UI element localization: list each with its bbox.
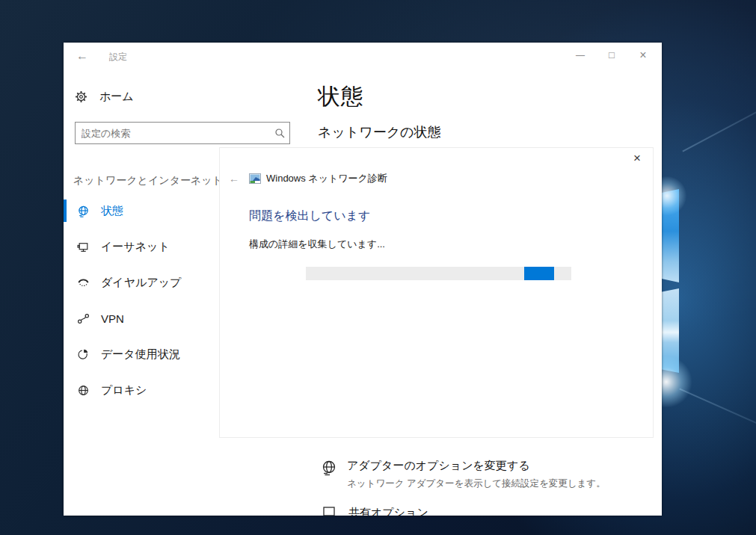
network-adapter-icon [320, 459, 338, 477]
network-diagnostics-icon [249, 173, 261, 185]
link-title: アダプターのオプションを変更する [347, 459, 606, 473]
dialog-heading: 問題を検出しています [249, 208, 370, 224]
wallpaper-light-ray [679, 388, 756, 450]
settings-search-box[interactable] [75, 122, 290, 144]
link-description: ネットワーク アダプターを表示して接続設定を変更します。 [347, 477, 606, 490]
network-status-heading: ネットワークの状態 [318, 123, 441, 141]
sidebar-item-label: データ使用状況 [101, 347, 180, 362]
sidebar-item-label: プロキシ [101, 383, 147, 398]
dialog-back-button[interactable]: ← [229, 173, 239, 185]
search-icon[interactable] [270, 128, 289, 138]
wallpaper-light-ray [682, 73, 756, 152]
vpn-icon [77, 312, 90, 325]
proxy-icon [77, 384, 90, 397]
desktop-wallpaper: ← 設定 — □ × ホーム [0, 0, 756, 535]
sidebar-item-label: イーサネット [101, 240, 170, 254]
page-title: 状態 [318, 81, 364, 112]
search-input[interactable] [76, 128, 270, 139]
link-title: 共有オプション [348, 506, 428, 516]
dialog-header: ← Windows ネットワーク診断 [229, 172, 387, 185]
dialog-close-icon[interactable]: × [627, 149, 647, 167]
maximize-button[interactable]: □ [596, 46, 627, 64]
window-controls: — □ × [565, 46, 659, 64]
progress-bar [306, 267, 571, 280]
minimize-button[interactable]: — [565, 46, 596, 64]
sidebar-item-home[interactable]: ホーム [75, 90, 134, 104]
network-diagnostics-dialog: × ← Windows ネットワーク診断 問題を検出しています 構成の詳細を収集… [219, 147, 654, 438]
gear-icon [75, 90, 87, 103]
dialup-icon [77, 276, 90, 289]
close-button[interactable]: × [627, 46, 659, 64]
titlebar-back-button[interactable]: ← [73, 48, 92, 64]
settings-window: ← 設定 — □ × ホーム [64, 43, 662, 516]
sharing-options-icon [322, 506, 339, 516]
sidebar-section-label: ネットワークとインターネット [73, 174, 223, 188]
app-title: 設定 [109, 51, 127, 64]
sidebar-home-label: ホーム [99, 90, 134, 104]
data-usage-icon [77, 348, 90, 361]
sidebar-item-label: ダイヤルアップ [101, 276, 181, 290]
change-adapter-options-link[interactable]: アダプターのオプションを変更する ネットワーク アダプターを表示して接続設定を変… [320, 459, 606, 490]
network-status-icon [77, 205, 90, 217]
sharing-options-link[interactable]: 共有オプション [322, 506, 428, 516]
dialog-title: Windows ネットワーク診断 [266, 172, 387, 185]
dialog-status-message: 構成の詳細を収集しています... [249, 238, 385, 251]
sidebar-item-label: 状態 [101, 204, 123, 218]
ethernet-icon [77, 241, 90, 253]
progress-bar-fill [524, 267, 554, 280]
sidebar-item-label: VPN [101, 312, 124, 325]
